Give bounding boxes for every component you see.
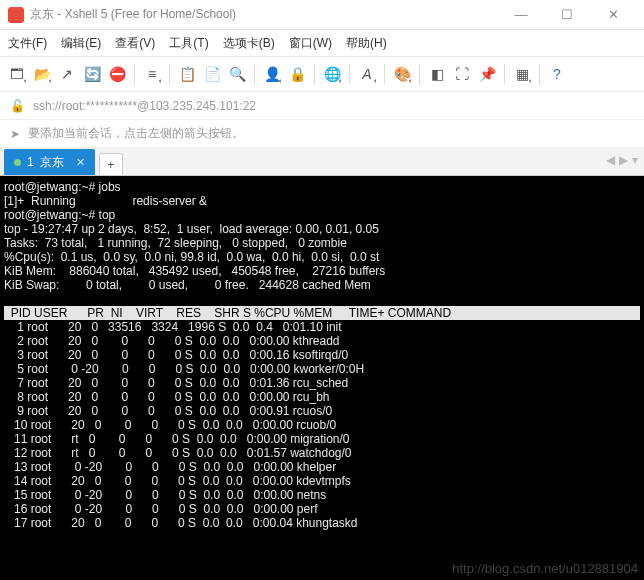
layout-icon[interactable]: ▦ (511, 63, 533, 85)
menu-view[interactable]: 查看(V) (115, 35, 155, 52)
font-icon[interactable]: A (356, 63, 378, 85)
ontop-icon[interactable]: 📌 (476, 63, 498, 85)
term-line: %Cpu(s): 0.1 us, 0.0 sy, 0.0 ni, 99.8 id… (4, 250, 379, 264)
term-line: [1]+ Running redis-server & (4, 194, 207, 208)
properties-icon[interactable]: ≡ (141, 63, 163, 85)
tip-bar: ➤ 要添加当前会话，点击左侧的箭头按钮。 (0, 120, 644, 148)
watermark: http://blog.csdn.net/u012881904 (452, 561, 638, 576)
separator (539, 64, 540, 84)
tab-session-1[interactable]: 1 京东 ✕ (4, 149, 95, 175)
close-button[interactable]: ✕ (590, 0, 636, 30)
new-session-icon[interactable]: 🗔 (6, 63, 28, 85)
titlebar: 京东 - Xshell 5 (Free for Home/School) — ☐… (0, 0, 644, 30)
arrow-icon[interactable]: ➤ (10, 127, 20, 141)
separator (504, 64, 505, 84)
tab-label: 京东 (40, 154, 64, 171)
toolbar: 🗔 📂 ↗ 🔄 ⛔ ≡ 📋 📄 🔍 👤 🔒 🌐 A 🎨 ◧ ⛶ 📌 ▦ ? (0, 56, 644, 92)
term-line: KiB Mem: 886040 total, 435492 used, 4505… (4, 264, 385, 278)
top-rows: 1 root 20 0 33516 3324 1996 S 0.0 0.4 0:… (4, 320, 364, 530)
tab-close-icon[interactable]: ✕ (76, 156, 85, 169)
open-icon[interactable]: 📂 (31, 63, 53, 85)
separator (254, 64, 255, 84)
terminal[interactable]: root@jetwang:~# jobs [1]+ Running redis-… (0, 176, 644, 580)
separator (349, 64, 350, 84)
tab-prev-icon[interactable]: ◀ (606, 153, 615, 167)
menu-window[interactable]: 窗口(W) (289, 35, 332, 52)
menu-tabs[interactable]: 选项卡(B) (223, 35, 275, 52)
window-title: 京东 - Xshell 5 (Free for Home/School) (30, 6, 498, 23)
menu-edit[interactable]: 编辑(E) (61, 35, 101, 52)
reconnect-icon[interactable]: 🔄 (81, 63, 103, 85)
disconnect-icon[interactable]: ⛔ (106, 63, 128, 85)
tab-next-icon[interactable]: ▶ (619, 153, 628, 167)
separator (134, 64, 135, 84)
term-line: root@jetwang:~# top (4, 208, 115, 222)
paste-icon[interactable]: 📄 (201, 63, 223, 85)
separator (314, 64, 315, 84)
status-dot-icon (14, 159, 21, 166)
globe-icon[interactable]: 🌐 (321, 63, 343, 85)
tip-text: 要添加当前会话，点击左侧的箭头按钮。 (28, 125, 244, 142)
address-bar: 🔓 ssh://root:***********@103.235.245.101… (0, 92, 644, 120)
transparency-icon[interactable]: ◧ (426, 63, 448, 85)
maximize-button[interactable]: ☐ (544, 0, 590, 30)
term-line: top - 19:27:47 up 2 days, 8:52, 1 user, … (4, 222, 379, 236)
menu-file[interactable]: 文件(F) (8, 35, 47, 52)
separator (169, 64, 170, 84)
term-line: Tasks: 73 total, 1 running, 72 sleeping,… (4, 236, 347, 250)
menu-help[interactable]: 帮助(H) (346, 35, 387, 52)
separator (384, 64, 385, 84)
tab-bar: 1 京东 ✕ + ◀ ▶ ▾ (0, 148, 644, 176)
send-icon[interactable]: ↗ (56, 63, 78, 85)
minimize-button[interactable]: — (498, 0, 544, 30)
palette-icon[interactable]: 🎨 (391, 63, 413, 85)
fullscreen-icon[interactable]: ⛶ (451, 63, 473, 85)
top-header: PID USER PR NI VIRT RES SHR S %CPU %MEM … (4, 306, 640, 320)
lock-small-icon: 🔓 (10, 99, 25, 113)
lock-icon[interactable]: 🔒 (286, 63, 308, 85)
help-icon[interactable]: ? (546, 63, 568, 85)
tab-index: 1 (27, 155, 34, 169)
menu-tools[interactable]: 工具(T) (169, 35, 208, 52)
address-text[interactable]: ssh://root:***********@103.235.245.101:2… (33, 99, 256, 113)
term-line: root@jetwang:~# jobs (4, 180, 121, 194)
tab-menu-icon[interactable]: ▾ (632, 153, 638, 167)
term-line: KiB Swap: 0 total, 0 used, 0 free. 24462… (4, 278, 371, 292)
menubar: 文件(F) 编辑(E) 查看(V) 工具(T) 选项卡(B) 窗口(W) 帮助(… (0, 30, 644, 56)
new-tab-button[interactable]: + (99, 153, 123, 175)
app-icon (8, 7, 24, 23)
search-icon[interactable]: 🔍 (226, 63, 248, 85)
separator (419, 64, 420, 84)
copy-icon[interactable]: 📋 (176, 63, 198, 85)
log-icon[interactable]: 👤 (261, 63, 283, 85)
